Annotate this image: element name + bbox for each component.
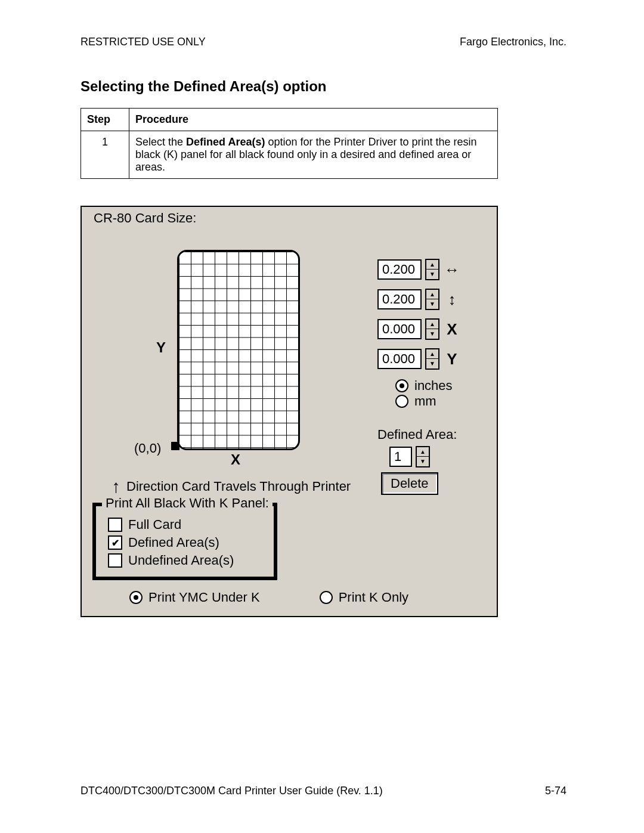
defined-area-spin: ▲▼ bbox=[389, 446, 485, 467]
spin-width: ▲▼ ↔ bbox=[377, 259, 485, 280]
spin-y: ▲▼ Y bbox=[377, 348, 485, 370]
card-size-label: CR-80 Card Size: bbox=[82, 207, 497, 226]
radio-konly-btn[interactable] bbox=[320, 591, 333, 604]
height-up[interactable]: ▲ bbox=[426, 290, 438, 299]
y-spinner[interactable]: ▲▼ bbox=[425, 348, 439, 370]
y-axis-label: Y bbox=[156, 339, 166, 356]
unit-group: inches mm bbox=[377, 378, 485, 409]
width-down[interactable]: ▼ bbox=[426, 270, 438, 279]
unit-inches-label: inches bbox=[414, 378, 453, 394]
kpanel-legend: Print All Black With K Panel: bbox=[102, 496, 273, 511]
defarea-down[interactable]: ▼ bbox=[417, 457, 429, 466]
unit-mm-label: mm bbox=[414, 394, 436, 409]
width-spinner[interactable]: ▲▼ bbox=[425, 259, 439, 280]
radio-mm[interactable] bbox=[395, 395, 408, 408]
radio-inches[interactable] bbox=[395, 379, 408, 392]
page: RESTRICTED USE ONLY Fargo Electronics, I… bbox=[0, 0, 644, 833]
header-right: Fargo Electronics, Inc. bbox=[460, 36, 566, 48]
defined-label: Defined Area(s) bbox=[128, 535, 219, 550]
undefined-label: Undefined Area(s) bbox=[128, 553, 234, 568]
height-input[interactable] bbox=[377, 289, 422, 309]
printer-dialog: CR-80 Card Size: Y (0,0) X ↑ Direction C… bbox=[80, 206, 498, 617]
height-down[interactable]: ▼ bbox=[426, 299, 438, 309]
card-grid bbox=[177, 250, 300, 450]
up-arrow-icon: ↑ bbox=[112, 476, 120, 497]
page-footer: DTC400/DTC300/DTC300M Card Printer User … bbox=[80, 785, 566, 797]
defined-area-label: Defined Area: bbox=[377, 427, 485, 442]
bottom-radio-row: Print YMC Under K Print K Only bbox=[82, 580, 497, 616]
y-down[interactable]: ▼ bbox=[426, 359, 438, 368]
gridlines bbox=[179, 252, 298, 448]
defined-area-input[interactable] bbox=[389, 447, 412, 467]
defined-area-spinner[interactable]: ▲▼ bbox=[416, 446, 430, 467]
radio-ymc-btn[interactable] bbox=[129, 591, 143, 604]
y-input[interactable] bbox=[377, 349, 422, 369]
spin-x: ▲▼ X bbox=[377, 318, 485, 340]
chk-defined[interactable]: ✔ Defined Area(s) bbox=[108, 535, 262, 550]
origin-marker bbox=[171, 442, 179, 450]
chk-undefined[interactable]: Undefined Area(s) bbox=[108, 553, 262, 568]
step-text-pre: Select the bbox=[135, 136, 186, 148]
x-axis-label: X bbox=[231, 451, 240, 468]
y-icon: Y bbox=[443, 350, 461, 368]
unit-mm[interactable]: mm bbox=[395, 394, 485, 409]
footer-left: DTC400/DTC300/DTC300M Card Printer User … bbox=[80, 785, 383, 797]
width-input[interactable] bbox=[377, 259, 422, 280]
y-up[interactable]: ▲ bbox=[426, 349, 438, 359]
col-procedure: Procedure bbox=[129, 109, 498, 131]
step-number: 1 bbox=[81, 131, 129, 179]
procedure-table: Step Procedure 1 Select the Defined Area… bbox=[80, 108, 498, 179]
height-spinner[interactable]: ▲▼ bbox=[425, 289, 439, 310]
footer-right: 5-74 bbox=[545, 785, 566, 797]
checkbox-undefined[interactable] bbox=[108, 553, 122, 568]
checkbox-defined[interactable]: ✔ bbox=[108, 535, 122, 550]
chk-full-card[interactable]: Full Card bbox=[108, 517, 262, 532]
kpanel-wrap: Print All Black With K Panel: Full Card … bbox=[92, 503, 485, 580]
col-step: Step bbox=[81, 109, 129, 131]
direction-label: Direction Card Travels Through Printer bbox=[126, 479, 351, 494]
height-icon: ↕ bbox=[443, 290, 461, 309]
right-column: ▲▼ ↔ ▲▼ ↕ ▲▼ X ▲▼ Y bbox=[377, 226, 485, 500]
section-title: Selecting the Defined Area(s) option bbox=[80, 78, 566, 95]
x-down[interactable]: ▼ bbox=[426, 329, 438, 339]
radio-konly-label: Print K Only bbox=[339, 590, 408, 605]
x-icon: X bbox=[443, 320, 461, 339]
kpanel-groupbox: Print All Black With K Panel: Full Card … bbox=[92, 503, 277, 580]
card-preview-area: Y (0,0) X ↑ Direction Card Travels Throu… bbox=[82, 226, 377, 500]
delete-button[interactable]: Delete bbox=[381, 472, 438, 495]
defarea-up[interactable]: ▲ bbox=[417, 447, 429, 457]
step-text-bold: Defined Area(s) bbox=[186, 136, 265, 148]
unit-inches[interactable]: inches bbox=[395, 378, 485, 394]
dialog-upper: Y (0,0) X ↑ Direction Card Travels Throu… bbox=[82, 226, 497, 500]
page-header: RESTRICTED USE ONLY Fargo Electronics, I… bbox=[80, 36, 566, 48]
radio-konly[interactable]: Print K Only bbox=[320, 590, 408, 605]
radio-ymc[interactable]: Print YMC Under K bbox=[129, 590, 260, 605]
x-up[interactable]: ▲ bbox=[426, 320, 438, 329]
x-spinner[interactable]: ▲▼ bbox=[425, 318, 439, 340]
step-text: Select the Defined Area(s) option for th… bbox=[129, 131, 498, 179]
direction-row: ↑ Direction Card Travels Through Printer bbox=[112, 476, 351, 497]
x-input[interactable] bbox=[377, 319, 422, 339]
header-left: RESTRICTED USE ONLY bbox=[80, 36, 206, 48]
origin-label: (0,0) bbox=[134, 441, 161, 456]
width-icon: ↔ bbox=[443, 261, 461, 279]
full-card-label: Full Card bbox=[128, 517, 181, 532]
spin-height: ▲▼ ↕ bbox=[377, 289, 485, 310]
radio-ymc-label: Print YMC Under K bbox=[148, 590, 260, 605]
width-up[interactable]: ▲ bbox=[426, 260, 438, 270]
checkbox-full-card[interactable] bbox=[108, 518, 122, 532]
